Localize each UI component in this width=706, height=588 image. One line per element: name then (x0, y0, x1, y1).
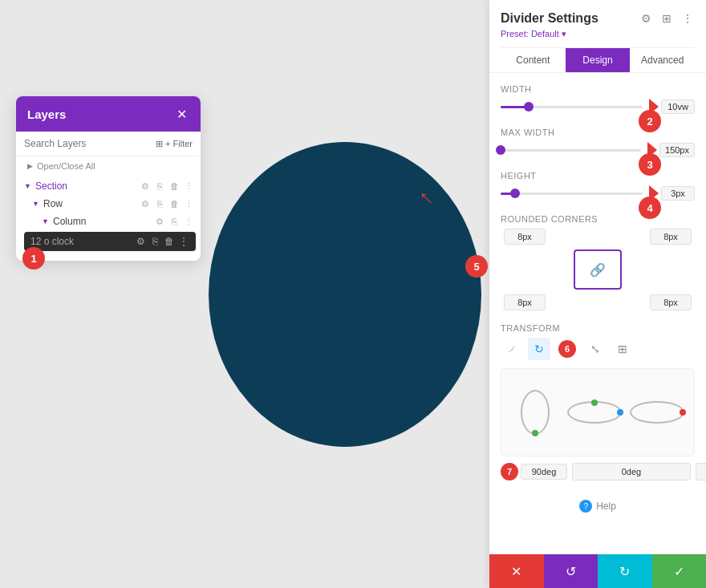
settings-preset[interactable]: Preset: Default ▾ (501, 29, 695, 39)
layers-close-button[interactable]: ✕ (173, 106, 189, 122)
layers-title: Layers (27, 107, 66, 121)
degree-2-input[interactable] (572, 463, 691, 481)
ellipse-horizontal-2 (630, 401, 684, 424)
section-toggle[interactable]: ▼ (24, 182, 32, 190)
row-settings-icon[interactable]: ⚙ (140, 198, 151, 209)
corner-br-input[interactable] (650, 294, 692, 310)
section-settings-icon[interactable]: ⚙ (140, 180, 151, 192)
max-width-slider-track[interactable] (501, 149, 641, 152)
tab-design[interactable]: Design (566, 48, 631, 72)
undo-button[interactable]: ↺ (544, 554, 598, 588)
section-more-icon[interactable]: ⋮ (183, 180, 194, 192)
transform-degrees: 7 (501, 463, 695, 481)
tab-advanced[interactable]: Advanced (630, 48, 695, 72)
corner-tr-input[interactable] (650, 229, 692, 245)
transform-group: Transform ⟋ ↻ 6 ⤡ ⊞ (501, 323, 695, 481)
settings-body: Width 10vw 2 Max Width (489, 73, 706, 554)
max-width-value[interactable]: 150px (659, 143, 695, 157)
layers-search-input[interactable] (24, 138, 151, 149)
filter-button[interactable]: ⊞ + Filter (156, 139, 193, 149)
width-value[interactable]: 10vw (661, 99, 695, 114)
layer-item-module[interactable]: 12 o clock ⚙ ⎘ 🗑 ⋮ (24, 232, 196, 251)
height-slider-thumb[interactable] (510, 189, 520, 198)
redo-button[interactable]: ↻ (598, 554, 652, 588)
row-toggle[interactable]: ▼ (32, 200, 40, 208)
corner-bl-input[interactable] (504, 294, 546, 310)
max-width-slider-row: 150px (501, 142, 695, 158)
corner-link-button[interactable]: 🔗 (574, 249, 622, 290)
column-more-icon[interactable]: ⋮ (183, 216, 194, 227)
layer-item-section[interactable]: ▼ Section ⚙ ⎘ 🗑 ⋮ (16, 177, 201, 195)
layer-item-column[interactable]: ▼ Column ⚙ ⎘ ⋮ (16, 213, 201, 230)
badge-6: 6 (558, 340, 576, 358)
cancel-button[interactable]: ✕ (489, 554, 544, 588)
settings-footer: ✕ ↺ ↻ ✓ (489, 554, 706, 588)
settings-icons: ⚙ ⊞ ⋮ (639, 11, 695, 26)
settings-more-icon[interactable]: ⋮ (680, 11, 695, 26)
ellipse-h2-dot-right (680, 409, 686, 416)
width-slider-track[interactable] (501, 106, 643, 108)
module-label: 12 o clock (30, 236, 74, 247)
help-row: ? Help (501, 493, 695, 519)
rotate-icon-btn[interactable]: ↻ (528, 338, 550, 360)
width-group: Width 10vw (501, 84, 695, 115)
settings-cog-icon[interactable]: ⚙ (639, 11, 653, 26)
settings-panel: Divider Settings ⚙ ⊞ ⋮ Preset: Default ▾… (489, 0, 706, 588)
row-label: Row (43, 198, 136, 209)
height-group: Height 3px (501, 171, 695, 201)
height-value[interactable]: 3px (661, 186, 695, 201)
transform-item-1 (511, 390, 559, 435)
tab-content[interactable]: Content (501, 48, 566, 72)
settings-title-row: Divider Settings ⚙ ⊞ ⋮ (501, 11, 695, 26)
section-copy-icon[interactable]: ⎘ (154, 180, 165, 192)
settings-grid-icon[interactable]: ⊞ (659, 11, 674, 26)
rounded-corners-label: Rounded Corners (501, 214, 695, 224)
badge-4: 4 (639, 197, 661, 219)
badge-2: 2 (639, 110, 661, 132)
row-copy-icon[interactable]: ⎘ (154, 198, 165, 209)
row-delete-icon[interactable]: 🗑 (168, 198, 180, 209)
module-copy-icon[interactable]: ⎘ (149, 236, 160, 247)
help-icon: ? (579, 500, 592, 513)
layer-item-row[interactable]: ▼ Row ⚙ ⎘ 🗑 ⋮ (16, 195, 201, 213)
column-actions: ⚙ ⎘ ⋮ (154, 216, 194, 227)
transform-icons: ⟋ ↻ 6 ⤡ ⊞ (501, 338, 695, 360)
main-circle: → (209, 142, 481, 447)
row-actions: ⚙ ⎘ 🗑 ⋮ (140, 198, 194, 209)
link-icon: 🔗 (590, 262, 606, 278)
ellipse-vertical (521, 390, 550, 435)
width-label: Width (501, 84, 695, 94)
skew-icon-btn[interactable]: ⟋ (501, 338, 523, 360)
module-more-icon[interactable]: ⋮ (178, 236, 189, 247)
column-settings-icon[interactable]: ⚙ (154, 216, 165, 227)
module-settings-icon[interactable]: ⚙ (135, 236, 146, 247)
save-button[interactable]: ✓ (652, 554, 707, 588)
arrow-indicator: → (409, 181, 443, 215)
corner-tl-input[interactable] (504, 229, 546, 245)
transform-visual (501, 368, 695, 456)
layers-panel: Layers ✕ ⊞ + Filter Open/Close All ▼ Sec… (16, 96, 201, 261)
rounded-corners-group: Rounded Corners 🔗 (501, 214, 695, 310)
badge-3: 3 (639, 153, 661, 176)
badge-5: 5 (465, 255, 488, 278)
height-slider-track[interactable] (501, 193, 643, 195)
module-delete-icon[interactable]: 🗑 (164, 236, 175, 247)
ellipse-h-dot-top (591, 399, 598, 406)
degree-3-input[interactable] (696, 463, 706, 481)
width-slider-thumb[interactable] (524, 102, 534, 112)
ellipse-horizontal (567, 401, 622, 424)
column-toggle[interactable]: ▼ (42, 217, 50, 225)
degree-1-input[interactable] (521, 464, 567, 480)
open-close-all[interactable]: Open/Close All (16, 156, 201, 176)
column-copy-icon[interactable]: ⎘ (168, 216, 180, 227)
settings-title: Divider Settings (501, 11, 598, 26)
section-delete-icon[interactable]: 🗑 (168, 180, 180, 192)
max-width-slider-thumb[interactable] (496, 145, 505, 155)
scale-icon-btn[interactable]: ⤡ (584, 338, 607, 360)
ellipse-h-dot-right (617, 409, 623, 416)
row-more-icon[interactable]: ⋮ (183, 198, 194, 209)
width-slider-row: 10vw (501, 99, 695, 115)
layers-search-row: ⊞ + Filter (16, 132, 201, 156)
translate-icon-btn[interactable]: ⊞ (611, 338, 634, 360)
layer-tree: ▼ Section ⚙ ⎘ 🗑 ⋮ ▼ Row ⚙ ⎘ 🗑 ⋮ ▼ Column (16, 176, 201, 261)
